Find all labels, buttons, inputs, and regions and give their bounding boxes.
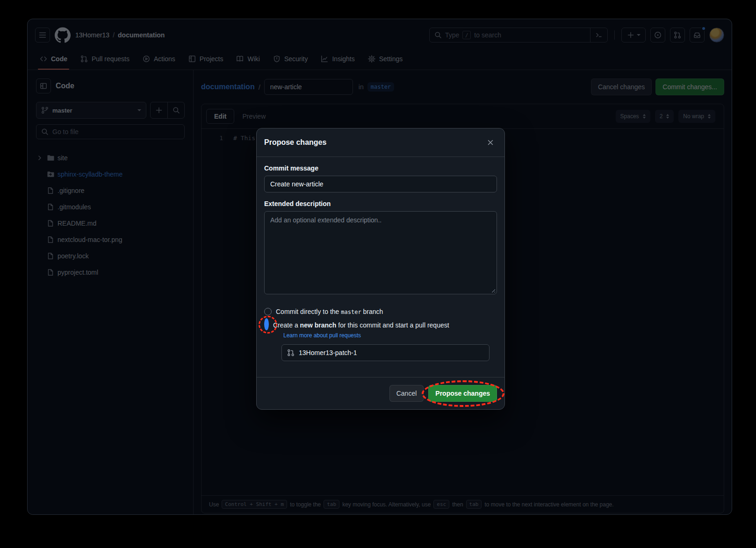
commit-directly-option[interactable]: Commit directly to the master branch [264,307,497,317]
radio-checked[interactable] [264,318,269,330]
branch-name-value: 13Homer13-patch-1 [299,349,357,356]
cancel-button[interactable]: Cancel [389,385,424,402]
learn-more-link[interactable]: Learn more about pull requests [283,332,497,339]
close-dialog-button[interactable] [484,136,497,149]
new-branch-name-input[interactable]: 13Homer13-patch-1 [281,344,490,361]
commit-message-input[interactable] [264,176,497,192]
extended-description-textarea[interactable] [264,211,497,294]
github-window: 13Homer13 / documentation Type / to sear… [27,19,732,515]
propose-changes-button[interactable]: Propose changes [428,385,497,402]
git-pull-request-icon [287,349,295,356]
dialog-title: Propose changes [264,138,484,147]
radio-unchecked[interactable] [264,308,272,315]
close-icon [487,139,494,146]
master-branch-code: master [341,309,361,315]
propose-changes-dialog: Propose changes Commit message Extended … [256,128,505,410]
create-branch-option[interactable]: Create a new branch for this commit and … [264,320,497,330]
commit-message-label: Commit message [264,164,497,172]
extended-description-label: Extended description [264,200,497,207]
